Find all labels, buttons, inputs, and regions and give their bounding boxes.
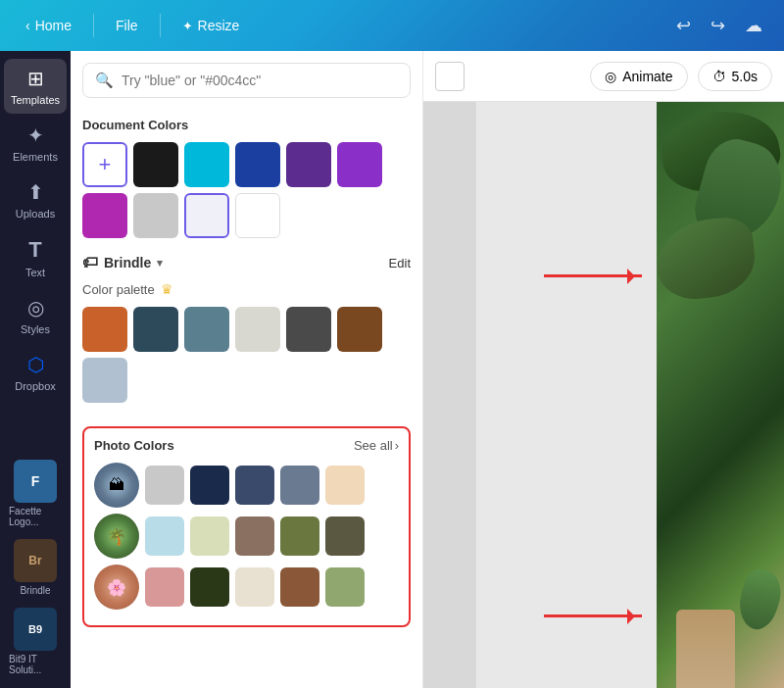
color-swatch-black[interactable]	[133, 142, 178, 187]
sidebar-item-uploads[interactable]: ⬆ Uploads	[4, 172, 67, 227]
photo-color-3-4[interactable]	[280, 567, 319, 607]
photo-row-2: 🌴	[94, 514, 399, 559]
brand-color-4[interactable]	[235, 307, 280, 352]
sidebar-item-label: Templates	[11, 94, 60, 106]
color-swatch-selected[interactable]	[184, 193, 229, 238]
red-arrow-1	[544, 274, 642, 277]
brand-colors-grid	[82, 307, 411, 403]
add-color-button[interactable]: +	[82, 142, 127, 187]
facette-label: Facette Logo...	[9, 506, 62, 527]
brand-name: Brindle	[104, 255, 151, 270]
bit9-label: Bit9 IT Soluti...	[9, 654, 62, 675]
sidebar: ⊞ Templates ✦ Elements ⬆ Uploads T Text …	[0, 51, 71, 688]
document-colors-grid: +	[82, 142, 411, 238]
sidebar-item-label: Text	[25, 267, 45, 278]
brand-color-5[interactable]	[286, 307, 331, 352]
sidebar-item-label: Styles	[21, 323, 50, 335]
bit9-thumbnail: B9	[14, 608, 57, 651]
photo-color-1-2[interactable]	[190, 466, 229, 505]
chevron-right-icon: ›	[395, 438, 399, 453]
slide-checkbox[interactable]	[435, 62, 465, 91]
photo-thumb-1[interactable]: 🏔	[94, 463, 139, 508]
brand-color-7[interactable]	[82, 358, 127, 403]
photo-color-2-5[interactable]	[325, 516, 365, 556]
sidebar-item-elements[interactable]: ✦ Elements	[4, 116, 67, 171]
photo-thumb-3[interactable]: 🌸	[94, 565, 139, 610]
photo-color-2-1[interactable]	[145, 516, 184, 556]
photo-colors-section: Photo Colors See all › 🏔	[82, 426, 411, 627]
photo-color-3-5[interactable]	[325, 567, 365, 607]
sidebar-item-text[interactable]: T Text	[4, 229, 67, 286]
text-icon: T	[28, 237, 41, 263]
sidebar-item-bit9[interactable]: B9 Bit9 IT Soluti...	[4, 603, 67, 680]
canvas-toolbar: ◎ Animate ⏱ 5.0s	[423, 51, 784, 102]
brand-selector[interactable]: 🏷 Brindle ▾	[82, 254, 163, 271]
brand-color-1[interactable]	[82, 307, 127, 352]
timer-button[interactable]: ⏱ 5.0s	[698, 62, 772, 91]
brand-color-2[interactable]	[133, 307, 178, 352]
color-swatch-darkpurple[interactable]	[286, 142, 331, 187]
brand-icon: 🏷	[82, 254, 98, 271]
photo-row-3: 🌸	[94, 565, 399, 610]
photo-color-3-2[interactable]	[190, 567, 229, 607]
color-swatch-magenta[interactable]	[82, 193, 127, 238]
photo-row-1: 🏔	[94, 463, 399, 508]
photo-color-1-3[interactable]	[235, 466, 274, 505]
brand-color-3[interactable]	[184, 307, 229, 352]
redo-button[interactable]: ↪	[705, 11, 731, 40]
photo-color-2-4[interactable]	[280, 516, 319, 556]
photo-colors-label: Photo Colors	[94, 438, 174, 453]
brindle-thumbnail: Br	[14, 539, 57, 582]
photo-color-1-4[interactable]	[280, 466, 319, 505]
nav-divider-2	[160, 14, 161, 37]
red-arrow-2	[544, 614, 642, 617]
sidebar-item-label: Elements	[13, 151, 58, 163]
uploads-icon: ⬆	[27, 180, 44, 204]
sidebar-item-facette[interactable]: F Facette Logo...	[4, 455, 67, 532]
photo-thumb-2[interactable]: 🌴	[94, 514, 139, 559]
canvas-area: ◎ Animate ⏱ 5.0s	[423, 51, 784, 688]
timer-icon: ⏱	[712, 69, 726, 84]
undo-button[interactable]: ↩	[670, 11, 697, 40]
sidebar-item-dropbox[interactable]: ⬡ Dropbox	[4, 345, 67, 400]
photo-color-3-3[interactable]	[235, 567, 274, 607]
sidebar-item-brindle[interactable]: Br Brindle	[4, 534, 67, 601]
photo-color-2-2[interactable]	[190, 516, 229, 556]
animate-icon: ◎	[605, 69, 616, 84]
color-swatch-cyan[interactable]	[184, 142, 229, 187]
color-palette-label: Color palette	[82, 282, 155, 297]
search-bar: 🔍	[82, 63, 411, 98]
brand-color-6[interactable]	[337, 307, 382, 352]
search-icon: 🔍	[95, 72, 114, 89]
templates-icon: ⊞	[27, 67, 44, 90]
sidebar-item-label: Uploads	[16, 208, 55, 220]
elements-icon: ✦	[27, 123, 44, 147]
palette-label-row: Color palette ♛	[82, 281, 411, 297]
styles-icon: ◎	[27, 296, 44, 319]
top-navigation: ‹ Home File ✦ Resize ↩ ↪ ☁	[0, 0, 784, 51]
color-swatch-darkblue[interactable]	[235, 142, 280, 187]
facette-thumbnail: F	[14, 460, 57, 503]
photo-color-1-1[interactable]	[145, 466, 184, 505]
animate-button[interactable]: ◎ Animate	[590, 62, 687, 91]
photo-color-1-5[interactable]	[325, 466, 365, 505]
sidebar-item-templates[interactable]: ⊞ Templates	[4, 59, 67, 114]
home-button[interactable]: ‹ Home	[16, 12, 81, 39]
dropbox-icon: ⬡	[27, 353, 44, 376]
cloud-save-button[interactable]: ☁	[739, 11, 768, 40]
nav-divider	[93, 14, 94, 37]
file-button[interactable]: File	[106, 12, 148, 39]
resize-button[interactable]: ✦ Resize	[172, 12, 250, 39]
sidebar-item-styles[interactable]: ◎ Styles	[4, 288, 67, 343]
chevron-down-icon: ▾	[157, 257, 163, 270]
color-swatch-purple[interactable]	[337, 142, 382, 187]
edit-button[interactable]: Edit	[389, 256, 411, 270]
search-input[interactable]	[122, 73, 398, 88]
resize-icon: ✦	[182, 19, 193, 33]
photo-color-3-1[interactable]	[145, 567, 184, 607]
color-swatch-white[interactable]	[235, 193, 280, 238]
see-all-button[interactable]: See all ›	[354, 438, 399, 453]
color-swatch-lightgray[interactable]	[133, 193, 178, 238]
photo-color-2-3[interactable]	[235, 516, 274, 556]
main-layout: ⊞ Templates ✦ Elements ⬆ Uploads T Text …	[0, 51, 784, 688]
